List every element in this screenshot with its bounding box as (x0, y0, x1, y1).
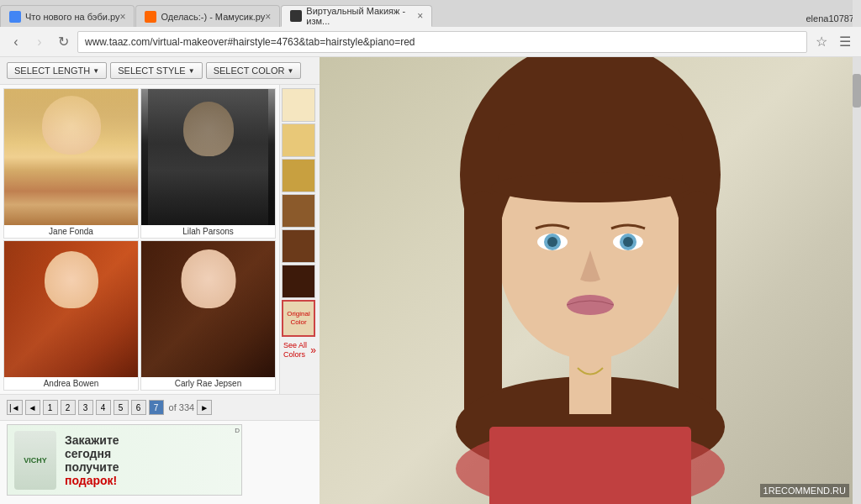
tab-3-close[interactable]: × (417, 10, 423, 22)
page-of-text: of 334 (166, 402, 195, 412)
carly-rae-photo (141, 241, 275, 377)
see-all-label: See All Colors (283, 341, 309, 360)
content-area: SELECT LENGTH ▼ SELECT STYLE ▼ SELECT CO… (0, 57, 861, 504)
svg-point-13 (567, 295, 614, 315)
hairstyle-andrea-bowen[interactable]: Andrea Bowen (3, 240, 139, 391)
pagination: |◄ ◄ 1 2 3 4 5 6 7 of 334 ► (0, 394, 320, 420)
ad-badge: D (235, 427, 240, 434)
select-style-button[interactable]: SELECT STYLE ▼ (110, 62, 202, 79)
original-color-button[interactable]: Original Color (282, 300, 315, 337)
scrollbar-thumb[interactable] (853, 74, 861, 108)
tab-1[interactable]: Что нового на бэби.ру × (0, 5, 135, 27)
jane-fonda-label: Jane Fonda (49, 225, 93, 238)
color-swatch-3[interactable] (282, 159, 315, 192)
tab-1-label: Что нового на бэби.ру (25, 12, 119, 22)
browser-chrome: Что нового на бэби.ру × Оделась:-) - Мам… (0, 0, 861, 57)
arrows-icon: » (310, 344, 316, 356)
tab-1-close[interactable]: × (119, 11, 125, 23)
face-illustration (320, 57, 861, 504)
carly-rae-label: Carly Rae Jepsen (175, 377, 241, 390)
hairstyle-lilah-parsons[interactable]: Lilah Parsons (140, 88, 276, 239)
page-2[interactable]: 2 (61, 400, 76, 415)
tab-2-icon (145, 11, 156, 23)
page-3[interactable]: 3 (78, 400, 93, 415)
hairstyle-grid: Jane Fonda Lilah Parsons And (0, 85, 279, 394)
user-label: elena10787 (799, 10, 861, 27)
style-arrow-icon: ▼ (188, 67, 195, 75)
svg-point-9 (547, 237, 557, 247)
menu-icon[interactable]: ☰ (836, 33, 854, 51)
ad-product-image: VICHY (14, 431, 56, 490)
right-scrollbar[interactable] (853, 57, 861, 504)
color-swatch-1[interactable] (282, 88, 315, 122)
ad-line-2: сегодня (65, 447, 119, 460)
color-swatch-4[interactable] (282, 194, 315, 228)
see-all-colors-button[interactable]: See All Colors » (282, 339, 318, 362)
hairstyle-jane-fonda[interactable]: Jane Fonda (3, 88, 139, 239)
ad-line-1: Закажите (65, 433, 119, 447)
jane-fonda-photo (4, 89, 138, 225)
page-4[interactable]: 4 (96, 400, 111, 415)
tab-3-icon (290, 10, 302, 22)
page-1[interactable]: 1 (43, 400, 58, 415)
hairstyle-carly-rae-jepsen[interactable]: Carly Rae Jepsen (140, 240, 276, 391)
advertisement: D VICHY Закажите сегодня получите подаро… (7, 424, 242, 496)
page-next-button[interactable]: ► (197, 400, 212, 415)
lilah-parsons-label: Lilah Parsons (182, 225, 234, 238)
select-color-button[interactable]: SELECT COLOR ▼ (206, 62, 302, 79)
left-panel: SELECT LENGTH ▼ SELECT STYLE ▼ SELECT CO… (0, 57, 320, 504)
lilah-parsons-photo (141, 89, 275, 225)
page-first-button[interactable]: |◄ (7, 400, 23, 415)
color-swatch-5[interactable] (282, 229, 315, 263)
tab-3[interactable]: Виртуальный Макияж - изм... × (281, 5, 432, 27)
ad-line-3: получите (65, 460, 119, 474)
forward-button[interactable]: › (30, 33, 49, 51)
svg-rect-16 (489, 427, 691, 504)
andrea-bowen-label: Andrea Bowen (44, 377, 99, 390)
toolbar: SELECT LENGTH ▼ SELECT STYLE ▼ SELECT CO… (0, 57, 320, 85)
tab-2-close[interactable]: × (265, 11, 271, 23)
ad-text-block: Закажите сегодня получите подарок! (65, 433, 119, 487)
watermark: 1RECOMMEND.RU (760, 484, 849, 497)
svg-point-3 (491, 172, 689, 202)
andrea-bowen-photo (4, 241, 138, 377)
tab-1-icon (9, 11, 21, 23)
color-swatches-panel: Original Color See All Colors » (279, 85, 320, 394)
reload-button[interactable]: ↻ (54, 33, 72, 51)
page-5[interactable]: 5 (114, 400, 129, 415)
color-arrow-icon: ▼ (287, 67, 293, 75)
url-input[interactable] (77, 31, 807, 53)
color-swatch-6[interactable] (282, 265, 315, 298)
browser-scrollbar[interactable] (853, 0, 861, 27)
ad-area: D VICHY Закажите сегодня получите подаро… (0, 420, 320, 504)
tab-2[interactable]: Оделась:-) - Мамусик.ру × (135, 5, 280, 27)
page-6[interactable]: 6 (131, 400, 146, 415)
page-prev-button[interactable]: ◄ (25, 400, 40, 415)
svg-rect-14 (569, 347, 611, 414)
length-arrow-icon: ▼ (92, 67, 99, 75)
tab-2-label: Оделась:-) - Мамусик.ру (161, 12, 265, 22)
tab-bar: Что нового на бэби.ру × Оделась:-) - Мам… (0, 0, 861, 27)
page-7[interactable]: 7 (149, 400, 164, 415)
right-panel: 1RECOMMEND.RU (320, 57, 861, 504)
color-swatch-2[interactable] (282, 123, 315, 157)
back-button[interactable]: ‹ (7, 33, 25, 51)
star-icon[interactable]: ☆ (812, 33, 831, 51)
select-length-button[interactable]: SELECT LENGTH ▼ (7, 62, 107, 79)
tab-3-label: Виртуальный Макияж - изм... (306, 6, 417, 26)
svg-point-12 (623, 237, 633, 247)
ad-line-4: подарок! (65, 474, 119, 487)
address-bar: ‹ › ↻ ☆ ☰ (0, 27, 861, 57)
hairstyle-section: Jane Fonda Lilah Parsons And (0, 85, 320, 394)
